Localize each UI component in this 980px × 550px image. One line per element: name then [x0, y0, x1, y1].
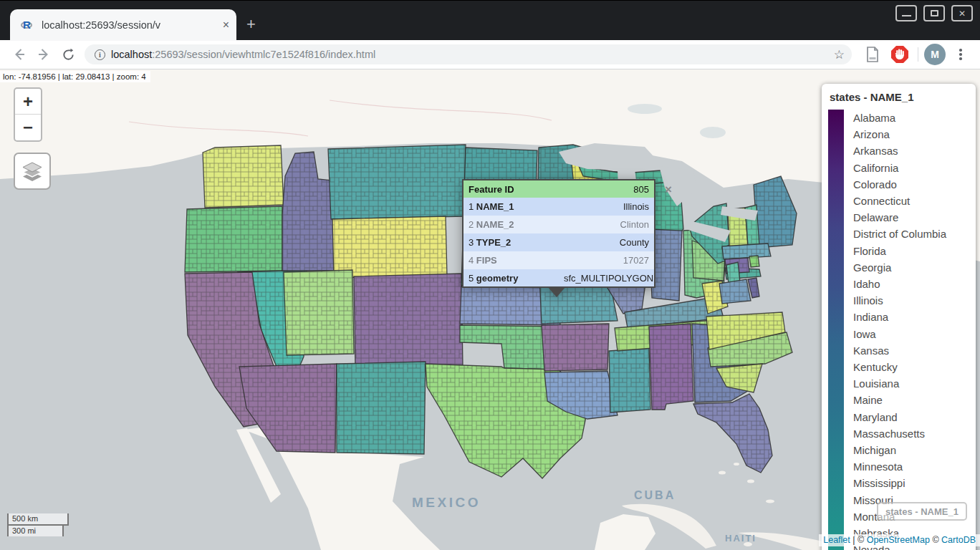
label-haiti: HAITI — [725, 533, 756, 544]
url-text: localhost:25693/session/viewhtmlc7e1524f… — [111, 49, 828, 60]
mouse-coordinates: lon: -74.81956 | lat: 29.08413 | zoom: 4 — [0, 71, 150, 82]
legend-entry: District of Columbia — [853, 226, 946, 242]
legend-panel: states - NAME_1 AlabamaArizonaArkansasCa… — [822, 84, 976, 550]
legend-entry: Maine — [853, 392, 946, 408]
legend-entry: Minnesota — [853, 458, 946, 475]
county-grid-overlay — [719, 279, 751, 304]
zoom-control: + − — [14, 87, 42, 142]
legend-entry: Alabama — [853, 110, 946, 126]
feature-popup-table: Feature ID8051 NAME_1Illinois2 NAME_2Cli… — [462, 179, 655, 288]
legend-title: states - NAME_1 — [830, 91, 969, 103]
legend-entry: Florida — [853, 243, 946, 259]
legend-color-bar — [828, 110, 844, 550]
legend-entry: Kansas — [853, 342, 946, 359]
county-grid-overlay — [185, 206, 282, 272]
legend-entry: Iowa — [853, 326, 946, 342]
scale-mi: 300 mi — [7, 524, 64, 536]
county-grid-overlay — [284, 270, 354, 355]
legend-entry: Delaware — [853, 209, 946, 226]
legend-entry: Georgia — [853, 259, 946, 276]
legend-entry: Michigan — [853, 442, 946, 458]
popup-header-key: Feature ID — [463, 180, 559, 198]
legend-entry: Colorado — [853, 176, 946, 193]
layers-icon — [20, 159, 44, 183]
window-close-button[interactable]: ✕ — [951, 5, 973, 21]
window-minimize-button[interactable] — [895, 5, 917, 21]
county-grid-overlay — [332, 216, 447, 278]
label-mexico: MEXICO — [412, 495, 481, 510]
county-grid-overlay — [609, 348, 650, 412]
back-icon[interactable] — [7, 44, 32, 65]
legend-entry: Louisiana — [853, 375, 946, 392]
attribution-bar: Leaflet | © OpenStreetMap © CartoDB — [819, 534, 980, 546]
legend-entry: Mississippi — [853, 475, 946, 491]
popup-tip — [547, 286, 566, 297]
browser-tab[interactable]: R localhost:25693/session/v × — [10, 9, 236, 41]
reload-icon[interactable] — [56, 44, 80, 65]
browser-window: R localhost:25693/session/v × + ✕ i loca… — [0, 0, 980, 550]
forward-icon[interactable] — [32, 44, 56, 65]
popup-row: 4 FIPS17027 — [463, 251, 655, 269]
popup-row: 2 NAME_2Clinton — [463, 216, 655, 233]
stop-hand-extension-icon[interactable] — [888, 44, 912, 65]
zoom-out-button[interactable]: − — [15, 115, 41, 140]
popup-row: 3 TYPE_2County — [463, 233, 655, 251]
county-grid-overlay — [203, 145, 284, 208]
county-grid-overlay — [354, 274, 463, 367]
legend-entry: California — [853, 160, 946, 176]
layers-ghost-tooltip: states - NAME_1 — [877, 502, 967, 521]
url-bar[interactable]: i localhost:25693/session/viewhtmlc7e152… — [85, 44, 852, 64]
layers-control-button[interactable] — [14, 153, 51, 190]
browser-toolbar: i localhost:25693/session/viewhtmlc7e152… — [0, 40, 980, 69]
leaflet-link[interactable]: Leaflet — [823, 535, 850, 545]
county-grid-overlay — [337, 362, 426, 454]
feature-popup: Feature ID8051 NAME_1Illinois2 NAME_2Cli… — [462, 179, 655, 288]
legend-entry: Illinois — [853, 292, 946, 309]
label-cuba: CUBA — [634, 489, 676, 501]
carto-link[interactable]: CartoDB — [941, 535, 976, 545]
legend-entry: Massachusetts — [853, 425, 946, 442]
osm-link[interactable]: OpenStreetMap — [867, 535, 930, 545]
tab-title: localhost:25693/session/v — [42, 19, 218, 31]
new-tab-button[interactable]: + — [246, 16, 256, 32]
extension-page-icon[interactable] — [860, 44, 885, 65]
county-grid-overlay — [328, 145, 466, 219]
county-grid-overlay — [542, 324, 609, 371]
zoom-in-button[interactable]: + — [15, 89, 41, 115]
attribution-sep2: © — [930, 535, 941, 545]
legend-entry: Maryland — [853, 409, 946, 425]
county-grid-overlay — [649, 324, 693, 410]
bookmark-star-icon[interactable]: ☆ — [834, 47, 845, 62]
popup-close-icon[interactable]: × — [665, 183, 672, 197]
profile-avatar[interactable]: M — [924, 44, 946, 65]
titlebar: R localhost:25693/session/v × + ✕ — [0, 0, 980, 40]
legend-entry: Idaho — [853, 276, 946, 292]
window-maximize-button[interactable] — [923, 5, 945, 21]
legend-labels: AlabamaArizonaArkansasCaliforniaColorado… — [853, 110, 946, 550]
page-info-icon[interactable]: i — [95, 49, 105, 60]
legend-entry: Arizona — [853, 126, 946, 143]
scale-control: 500 km 300 mi — [7, 513, 69, 536]
legend-entry: Indiana — [853, 309, 946, 325]
toolbar-divider — [918, 47, 918, 62]
legend-entry: Connecticut — [853, 193, 946, 209]
map-viewport[interactable]: MEXICO CUBA HAITI lon: -74.81956 | lat: … — [0, 69, 980, 550]
popup-row: 5 geometrysfc_MULTIPOLYGON — [463, 269, 655, 287]
menu-dots-icon[interactable] — [948, 44, 973, 65]
attribution-sep: | © — [850, 535, 867, 545]
legend-entry: Arkansas — [853, 143, 946, 159]
r-logo-favicon: R — [20, 18, 34, 32]
legend-entry: Kentucky — [853, 359, 946, 375]
popup-row: 1 NAME_1Illinois — [463, 198, 655, 216]
popup-header-value: 805 — [559, 180, 655, 198]
county-grid-overlay — [749, 256, 759, 267]
tab-close-icon[interactable]: × — [223, 19, 229, 32]
